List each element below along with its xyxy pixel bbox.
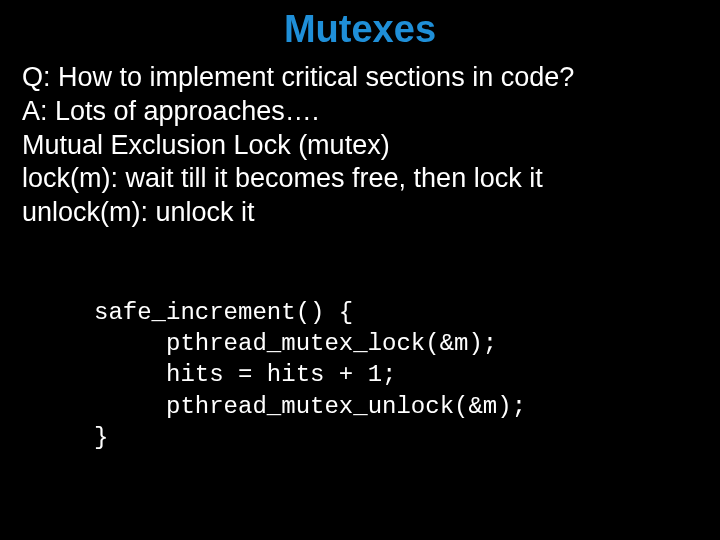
code-line: pthread_mutex_unlock(&m); xyxy=(94,393,526,420)
body-line-unlock: unlock(m): unlock it xyxy=(22,196,698,230)
slide-title: Mutexes xyxy=(22,8,698,51)
slide-container: Mutexes Q: How to implement critical sec… xyxy=(0,0,720,540)
code-line: pthread_mutex_lock(&m); xyxy=(94,330,497,357)
code-line: safe_increment() { xyxy=(94,299,353,326)
body-line-answer: A: Lots of approaches…. xyxy=(22,95,698,129)
code-line: hits = hits + 1; xyxy=(94,361,396,388)
body-line-mutex: Mutual Exclusion Lock (mutex) xyxy=(22,129,698,163)
code-block: safe_increment() { pthread_mutex_lock(&m… xyxy=(94,266,698,484)
code-line: } xyxy=(94,424,108,451)
body-line-lock: lock(m): wait till it becomes free, then… xyxy=(22,162,698,196)
slide-body: Q: How to implement critical sections in… xyxy=(22,61,698,230)
body-line-question: Q: How to implement critical sections in… xyxy=(22,61,698,95)
